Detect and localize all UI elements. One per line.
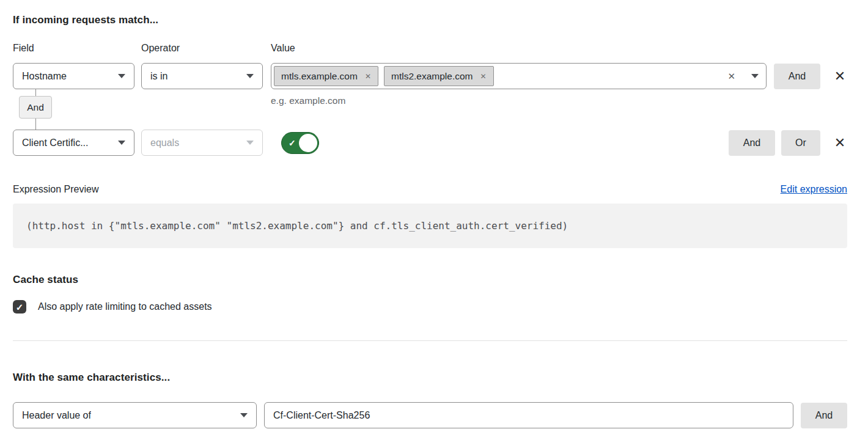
toggle-knob — [299, 134, 317, 152]
characteristic-select-value: Header value of — [22, 410, 91, 421]
header-name-input[interactable] — [264, 402, 793, 428]
remove-condition-icon-row1[interactable]: ✕ — [833, 64, 847, 89]
operator-placeholder: equals — [150, 138, 179, 148]
condition-connector: And — [19, 89, 52, 130]
add-and-condition-button-row1[interactable]: And — [774, 64, 820, 89]
value-tag-list: mtls.example.com ✕ mtls2.example.com ✕ — [274, 66, 727, 86]
edit-expression-link[interactable]: Edit expression — [781, 184, 847, 195]
cache-checkbox-row: ✓ Also apply rate limiting to cached ass… — [13, 300, 847, 314]
field-select-row2[interactable]: Client Certific... — [13, 130, 134, 156]
remove-condition-icon-row2[interactable]: ✕ — [833, 130, 847, 156]
cert-verified-toggle[interactable]: ✓ — [281, 132, 319, 154]
chevron-down-icon — [118, 74, 125, 78]
add-or-condition-button-row2[interactable]: Or — [781, 130, 820, 156]
match-section-title: If incoming requests match... — [13, 14, 847, 26]
field-select-value: Client Certific... — [22, 138, 88, 148]
value-multiselect-row1[interactable]: mtls.example.com ✕ mtls2.example.com ✕ ✕ — [271, 63, 767, 89]
operator-column-label: Operator — [141, 43, 271, 54]
characteristics-row: Header value of And — [13, 402, 847, 428]
section-divider — [13, 340, 847, 341]
condition-row-2: Client Certific... equals ✓ And Or ✕ — [13, 130, 847, 156]
chevron-down-icon — [246, 141, 254, 145]
condition-column-labels: Field Operator Value — [13, 43, 847, 54]
field-select-value: Hostname — [22, 71, 67, 82]
condition-row-1: Hostname is in mtls.example.com ✕ mtls2.… — [13, 63, 847, 89]
characteristic-select[interactable]: Header value of — [13, 402, 257, 428]
chevron-down-icon — [118, 141, 125, 145]
value-tag-text: mtls2.example.com — [391, 71, 473, 82]
operator-select-row2-disabled: equals — [141, 130, 263, 156]
check-icon: ✓ — [289, 139, 296, 147]
connector-zone: And e.g. example.com — [13, 89, 847, 130]
characteristics-title: With the same characteristics... — [13, 372, 847, 384]
connector-line — [35, 119, 36, 130]
value-helper-text: e.g. example.com — [271, 95, 345, 106]
remove-tag-icon[interactable]: ✕ — [480, 73, 486, 80]
check-icon: ✓ — [16, 302, 24, 312]
operator-select-value: is in — [150, 71, 167, 82]
connector-and-badge[interactable]: And — [19, 96, 52, 119]
value-tag-text: mtls.example.com — [281, 71, 358, 82]
rule-builder-page: If incoming requests match... Field Oper… — [0, 0, 868, 428]
chevron-down-icon — [240, 413, 248, 417]
field-select-row1[interactable]: Hostname — [13, 63, 134, 89]
expression-code-block: (http.host in {"mtls.example.com" "mtls2… — [13, 204, 847, 248]
connector-line — [35, 89, 36, 96]
operator-select-row1[interactable]: is in — [141, 63, 263, 89]
expression-preview-label: Expression Preview — [13, 184, 99, 195]
value-tag: mtls.example.com ✕ — [274, 66, 378, 86]
add-characteristic-button[interactable]: And — [801, 403, 847, 428]
value-column-label: Value — [271, 43, 847, 54]
add-and-condition-button-row2[interactable]: And — [729, 130, 775, 156]
chevron-down-icon — [246, 74, 254, 78]
cached-assets-checkbox-label: Also apply rate limiting to cached asset… — [38, 301, 212, 312]
cache-status-title: Cache status — [13, 274, 847, 286]
cached-assets-checkbox[interactable]: ✓ — [13, 300, 26, 314]
value-tag: mtls2.example.com ✕ — [384, 66, 494, 86]
chevron-down-icon — [751, 74, 759, 78]
row2-actions: And Or ✕ — [721, 130, 847, 156]
expression-header: Expression Preview Edit expression — [13, 184, 847, 195]
remove-tag-icon[interactable]: ✕ — [365, 73, 371, 80]
clear-values-icon[interactable]: ✕ — [727, 72, 735, 81]
field-column-label: Field — [13, 43, 141, 54]
